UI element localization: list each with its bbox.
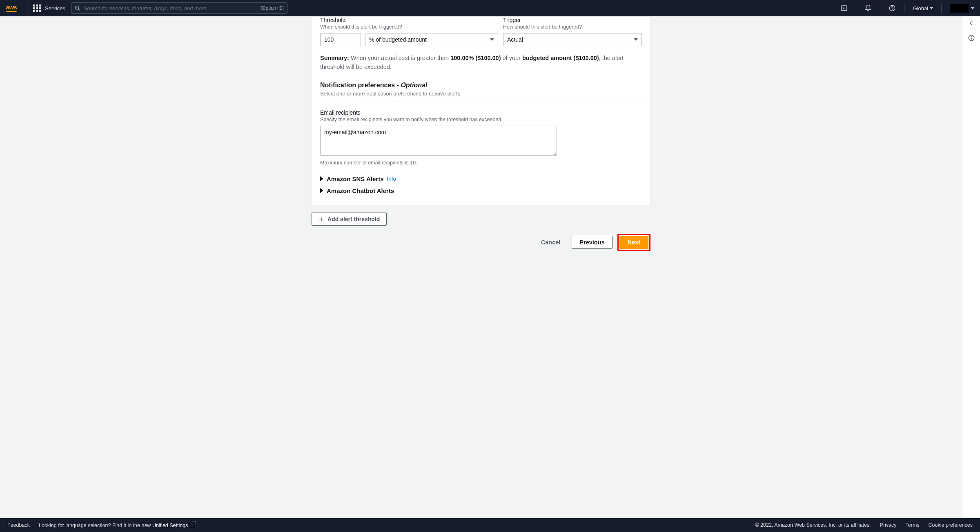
unified-settings-link[interactable]: Unified Settings bbox=[152, 523, 196, 528]
bell-icon bbox=[864, 4, 872, 12]
feedback-link[interactable]: Feedback bbox=[7, 522, 30, 528]
help-icon bbox=[889, 4, 896, 12]
alert-panel: Threshold When should this alert be trig… bbox=[312, 16, 650, 205]
chevron-down-icon bbox=[634, 38, 638, 41]
cloudshell-icon bbox=[840, 4, 848, 12]
trigger-select[interactable]: Actual bbox=[503, 33, 642, 46]
divider bbox=[904, 4, 904, 13]
next-button[interactable]: Next bbox=[619, 236, 648, 249]
divider bbox=[880, 4, 880, 13]
sns-alerts-label: Amazon SNS Alerts bbox=[327, 175, 383, 182]
email-recipients-input[interactable]: my-email@amazon.com bbox=[320, 126, 557, 156]
search-icon bbox=[75, 5, 80, 11]
privacy-link[interactable]: Privacy bbox=[880, 522, 897, 528]
copyright: © 2022, Amazon Web Services, Inc. or its… bbox=[755, 522, 871, 528]
trigger-field: Trigger How should this alert be trigger… bbox=[503, 17, 642, 46]
region-selector[interactable]: Global bbox=[909, 5, 937, 11]
chevron-down-icon bbox=[971, 7, 974, 9]
svg-point-10 bbox=[971, 36, 971, 37]
summary-text: Summary: When your actual cost is greate… bbox=[320, 53, 642, 72]
region-label: Global bbox=[913, 5, 928, 11]
cookie-prefs-link[interactable]: Cookie preferences bbox=[929, 522, 973, 528]
collapse-rail-button[interactable] bbox=[968, 20, 975, 29]
chevron-left-icon bbox=[968, 20, 975, 27]
footer: Feedback Looking for language selection?… bbox=[0, 518, 980, 532]
main-column: Threshold When should this alert be trig… bbox=[0, 16, 962, 518]
form-column: Threshold When should this alert be trig… bbox=[312, 16, 650, 518]
chatbot-alerts-expander[interactable]: Amazon Chatbot Alerts bbox=[320, 185, 642, 197]
threshold-unit-select[interactable]: % of budgeted amount bbox=[365, 33, 498, 46]
threshold-desc: When should this alert be triggered? bbox=[320, 24, 498, 30]
previous-button[interactable]: Previous bbox=[572, 236, 612, 249]
notification-prefs-section: Notification preferences - Optional Sele… bbox=[320, 82, 642, 197]
chevron-down-icon bbox=[490, 38, 494, 41]
trigger-desc: How should this alert be triggered? bbox=[503, 24, 642, 30]
triangle-right-icon bbox=[320, 188, 323, 193]
add-alert-threshold-button[interactable]: Add alert threshold bbox=[312, 213, 387, 226]
right-rail bbox=[962, 16, 980, 518]
wizard-buttons: Cancel Previous Next bbox=[312, 234, 650, 261]
cancel-button[interactable]: Cancel bbox=[535, 236, 567, 249]
sns-alerts-expander[interactable]: Amazon SNS Alerts Info bbox=[320, 173, 642, 185]
services-link[interactable]: Services bbox=[45, 5, 65, 11]
highlight-box: Next bbox=[617, 234, 650, 251]
content-area: Threshold When should this alert be trig… bbox=[0, 16, 980, 518]
email-desc: Specify the email recipients you want to… bbox=[320, 117, 642, 122]
threshold-unit-value: % of budgeted amount bbox=[369, 36, 427, 43]
nav-right: Global bbox=[836, 4, 974, 13]
account-menu[interactable] bbox=[950, 4, 969, 13]
lang-prompt: Looking for language selection? Find it … bbox=[39, 522, 196, 528]
notif-heading: Notification preferences - Optional bbox=[320, 82, 642, 89]
chatbot-alerts-label: Amazon Chatbot Alerts bbox=[327, 187, 394, 194]
info-rail-button[interactable] bbox=[968, 34, 975, 43]
threshold-section: Threshold When should this alert be trig… bbox=[320, 17, 642, 197]
external-link-icon bbox=[190, 522, 195, 527]
threshold-value-input[interactable] bbox=[320, 33, 361, 46]
help-button[interactable] bbox=[884, 4, 900, 12]
threshold-field: Threshold When should this alert be trig… bbox=[320, 17, 498, 46]
svg-point-5 bbox=[892, 9, 893, 10]
top-nav: aws Services [Option+S] Global bbox=[0, 0, 980, 16]
plus-icon bbox=[318, 216, 324, 222]
cloudshell-button[interactable] bbox=[836, 4, 852, 12]
sns-info-link[interactable]: Info bbox=[387, 176, 396, 182]
divider bbox=[856, 4, 856, 13]
triangle-right-icon bbox=[320, 176, 323, 181]
divider bbox=[29, 4, 29, 13]
threshold-label: Threshold bbox=[320, 17, 498, 23]
email-hint: Maximum number of email recipients is 10… bbox=[320, 160, 642, 166]
chevron-down-icon bbox=[930, 7, 933, 9]
aws-logo[interactable]: aws bbox=[6, 4, 17, 12]
search-box[interactable]: [Option+S] bbox=[71, 2, 287, 14]
divider bbox=[941, 4, 942, 13]
info-icon bbox=[968, 34, 975, 42]
svg-point-0 bbox=[76, 6, 79, 9]
trigger-value: Actual bbox=[507, 36, 523, 43]
divider bbox=[320, 102, 642, 102]
notifications-button[interactable] bbox=[860, 4, 876, 12]
notif-desc: Select one or more notification preferen… bbox=[320, 91, 642, 97]
search-input[interactable] bbox=[84, 5, 261, 11]
terms-link[interactable]: Terms bbox=[906, 522, 920, 528]
search-shortcut-hint: [Option+S] bbox=[261, 5, 284, 11]
email-label: Email recipients bbox=[320, 109, 642, 116]
services-grid-icon[interactable] bbox=[33, 4, 41, 12]
svg-line-1 bbox=[78, 9, 80, 11]
trigger-label: Trigger bbox=[503, 17, 642, 23]
